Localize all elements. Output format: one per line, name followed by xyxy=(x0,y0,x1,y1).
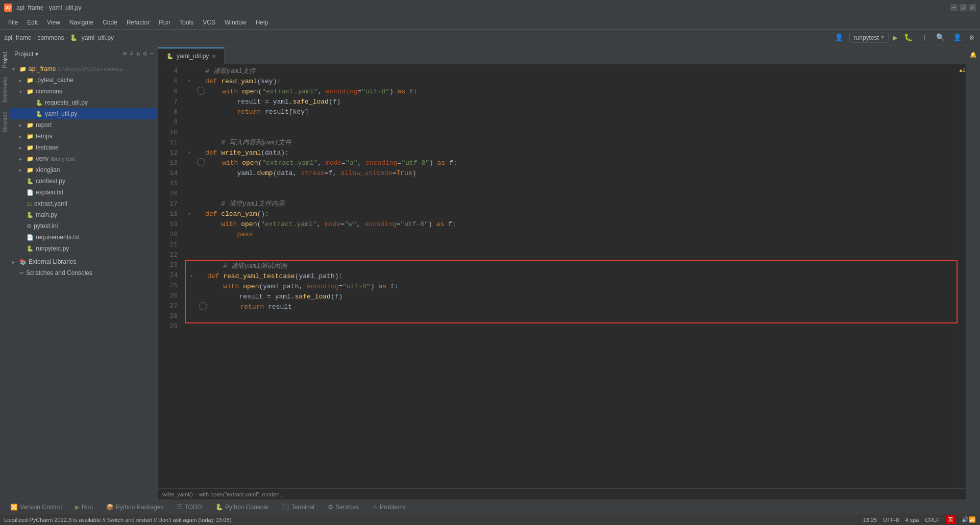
breadcrumb-with-open[interactable]: with open("extract.yaml", mode=... xyxy=(199,491,284,497)
problems-icon: ⚠ xyxy=(372,504,378,511)
tab-close-icon[interactable]: ✕ xyxy=(212,54,216,59)
tree-item-commons[interactable]: ▾ 📁 commons xyxy=(10,86,158,97)
tree-item-report[interactable]: ▸ 📁 report xyxy=(10,119,158,131)
sidebar-collapse-icon[interactable]: ≡ xyxy=(130,50,133,58)
tree-item-main[interactable]: 🐍 main.py xyxy=(10,209,158,220)
sidebar-close-icon[interactable]: — xyxy=(150,50,154,58)
toolbar-more[interactable]: ⋮ xyxy=(919,32,930,43)
tree-item-yaml-util[interactable]: 🐍 yaml_util.py xyxy=(10,108,158,119)
status-indent[interactable]: 4 spa xyxy=(905,517,919,523)
code-line-6: with open("extract.yaml", encoding="utf-… xyxy=(184,87,959,97)
bottom-tab-python-console[interactable]: 🐍 Python Console xyxy=(209,503,275,512)
left-tab-structure[interactable]: Structure xyxy=(1,108,9,137)
avatar-icon[interactable]: 👤 xyxy=(951,32,964,43)
code-line-9 xyxy=(184,117,959,128)
code-content[interactable]: # 读取yaml文件 ▾ def read_yaml(key): with op… xyxy=(184,64,959,488)
tree-label-explain: explain.txt xyxy=(36,189,63,196)
tree-item-temps[interactable]: ▸ 📁 temps xyxy=(10,131,158,142)
tree-item-conftest[interactable]: 🐍 conftest.py xyxy=(10,176,158,187)
breadcrumb-file: 🐍 yaml_util.py xyxy=(70,34,114,41)
bottom-tab-problems[interactable]: ⚠ Problems xyxy=(366,503,412,512)
sidebar-locate-icon[interactable]: ⊕ xyxy=(123,50,127,58)
status-systray: 英 xyxy=(946,515,955,524)
sidebar-sort-icon[interactable]: ⇅ xyxy=(136,50,140,58)
menu-view[interactable]: View xyxy=(43,17,64,28)
code-line-4: # 读取yaml文件 xyxy=(184,66,959,77)
code-line-7: result = yaml.safe_load(f) xyxy=(184,97,959,107)
run-config-dropdown[interactable]: ▼ xyxy=(881,35,884,40)
code-line-27: return result xyxy=(186,302,957,312)
menu-window[interactable]: Window xyxy=(220,17,251,28)
breadcrumb-filename[interactable]: yaml_util.py xyxy=(82,34,114,41)
bottom-tab-vcs[interactable]: 🔀 Version Control xyxy=(4,503,68,512)
bottom-tab-python-packages[interactable]: 📦 Python Packages xyxy=(100,503,169,512)
breadcrumb-commons[interactable]: commons xyxy=(37,34,64,41)
tree-item-scratches[interactable]: ✏ Scratches and Consoles xyxy=(10,267,158,279)
menu-tools[interactable]: Tools xyxy=(175,17,198,28)
tree-item-root[interactable]: ▾ 📁 api_frame D:\develop\PyCharm\worksp.… xyxy=(10,63,158,74)
sidebar-settings-icon[interactable]: ⚙ xyxy=(143,50,147,58)
code-editor[interactable]: 4 5 6 7 8 9 10 11 12 13 14 15 16 17 18 1… xyxy=(158,64,966,488)
menu-edit[interactable]: Edit xyxy=(23,17,42,28)
menu-vcs[interactable]: VCS xyxy=(199,17,219,28)
tree-item-requests-util[interactable]: 🐍 requests_util.py xyxy=(10,97,158,108)
close-button[interactable]: ✕ xyxy=(969,4,976,11)
tree-item-pytest-cache[interactable]: ▸ 📁 .pytest_cache xyxy=(10,74,158,86)
tree-label-scratches: Scratches and Consoles xyxy=(26,269,92,277)
todo-label: TODO xyxy=(184,504,202,511)
tree-item-venv[interactable]: ▸ 📁 venv library root xyxy=(10,153,158,164)
maximize-button[interactable]: □ xyxy=(960,4,967,11)
minimize-button[interactable]: — xyxy=(950,4,958,11)
tree-label-xiongjian: xiongjian xyxy=(36,166,60,173)
left-tab-bookmarks[interactable]: Bookmarks xyxy=(1,73,9,107)
tree-item-testcase[interactable]: ▸ 📁 testcase xyxy=(10,142,158,153)
toolbar: api_frame › commons › 🐍 yaml_util.py 👤 r… xyxy=(0,30,980,46)
notifications-icon[interactable]: 🔔 xyxy=(967,48,980,61)
menu-run[interactable]: Run xyxy=(155,17,174,28)
right-gutter: ▲1 xyxy=(959,64,966,488)
left-tab-project[interactable]: Project xyxy=(1,48,9,72)
status-line-ending[interactable]: CRLF xyxy=(925,517,940,523)
status-encoding[interactable]: UTF-8 xyxy=(883,517,899,523)
breadcrumb-write-yaml[interactable]: write_yaml() xyxy=(162,491,193,497)
tree-badge-venv: library root xyxy=(51,156,75,162)
tree-item-requirements[interactable]: 📄 requirements.txt xyxy=(10,232,158,243)
tab-yaml-util[interactable]: 🐍 yaml_util.py ✕ xyxy=(158,47,225,64)
status-time: 13:25 xyxy=(863,517,877,523)
menu-refactor[interactable]: Refactor xyxy=(122,17,154,28)
right-sidebar: 🔔 xyxy=(966,46,980,499)
tree-label-testcase: testcase xyxy=(36,144,59,151)
tree-item-xiongjian[interactable]: ▸ 📁 xiongjian xyxy=(10,164,158,176)
code-line-25: with open(yaml_path, encoding="utf-8") a… xyxy=(186,282,957,292)
breadcrumb-root[interactable]: api_frame xyxy=(4,34,31,41)
tree-item-extract-yaml[interactable]: 🗂 extract.yaml xyxy=(10,198,158,209)
code-line-16 xyxy=(184,189,959,199)
tree-label-ext-libs: External Libraries xyxy=(29,258,76,265)
tree-item-ext-libs[interactable]: ▸ 📚 External Libraries xyxy=(10,256,158,267)
menu-code[interactable]: Code xyxy=(99,17,121,28)
tab-label: yaml_util.py xyxy=(177,53,209,60)
debug-button[interactable]: 🐛 xyxy=(902,32,915,43)
bottom-tab-todo[interactable]: ☰ TODO xyxy=(170,503,208,512)
menu-navigate[interactable]: Navigate xyxy=(65,17,97,28)
code-line-22 xyxy=(184,250,959,260)
code-line-8: return result[key] xyxy=(184,107,959,117)
code-line-13: with open("extract.yaml", mode="a", enco… xyxy=(184,158,959,168)
tree-item-pytest-ini[interactable]: ⚙ pytest.ini xyxy=(10,220,158,232)
menu-help[interactable]: Help xyxy=(252,17,273,28)
bottom-tab-run[interactable]: ▶ Run xyxy=(69,503,99,512)
tree-label-conftest: conftest.py xyxy=(36,178,65,185)
tree-item-explain[interactable]: 📄 explain.txt xyxy=(10,187,158,198)
tree-item-runpytest[interactable]: 🐍 runpytest.py xyxy=(10,243,158,254)
services-icon: ⚙ xyxy=(328,504,333,511)
code-line-11: # 写入内容到yaml文件 xyxy=(184,138,959,148)
bottom-tab-terminal[interactable]: ⬛ Terminal xyxy=(276,503,321,512)
status-icons: 🔊📶 xyxy=(962,516,976,523)
bottom-tab-services[interactable]: ⚙ Services xyxy=(322,503,365,512)
run-button[interactable]: ▶ xyxy=(893,33,898,43)
gear-icon[interactable]: ⚙ xyxy=(968,32,976,43)
user-icon[interactable]: 👤 xyxy=(832,32,845,43)
search-icon[interactable]: 🔍 xyxy=(934,32,947,43)
menu-file[interactable]: File xyxy=(4,17,22,28)
run-config-label[interactable]: runpytest xyxy=(854,34,879,41)
